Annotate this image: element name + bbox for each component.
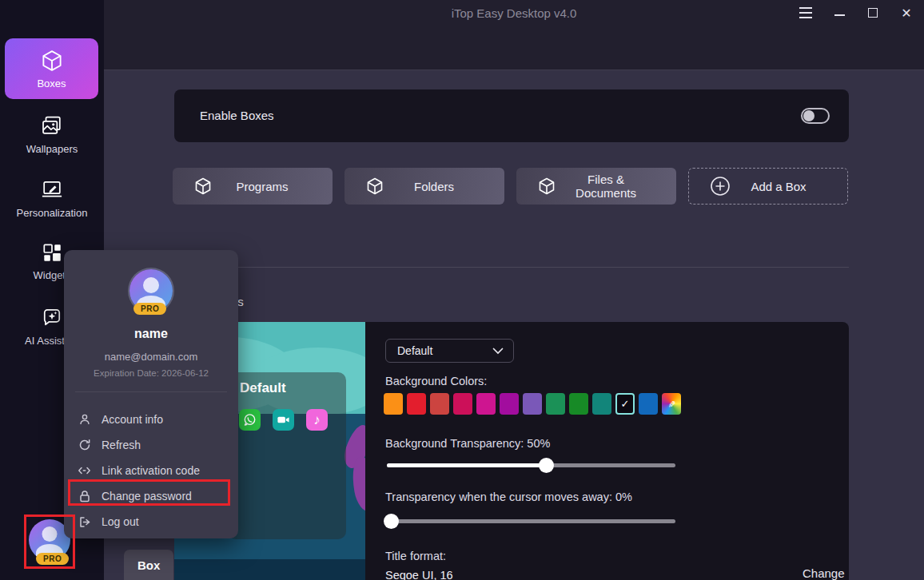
- menu-item-log-out[interactable]: Log out: [70, 510, 232, 534]
- add-a-box-label: Add a Box: [731, 180, 826, 193]
- box-button-label: Files & Documents: [556, 173, 655, 200]
- color-swatch[interactable]: [430, 393, 449, 415]
- box-button-folders[interactable]: Folders: [345, 168, 504, 205]
- minimize-button[interactable]: [828, 2, 850, 24]
- music-icon: ♪: [306, 409, 328, 431]
- add-a-box-button[interactable]: Add a Box: [688, 168, 848, 205]
- preview-default-box: Default ♪: [228, 372, 346, 539]
- person-icon: [78, 413, 91, 426]
- enable-boxes-toggle[interactable]: [801, 108, 830, 124]
- app-menu-button[interactable]: [795, 2, 817, 24]
- title-format-label: Title format:: [385, 550, 446, 562]
- video-call-icon: [273, 409, 294, 431]
- section-divider: [174, 267, 849, 268]
- box-button-label: Folders: [384, 180, 484, 193]
- sea-deep-shape: [174, 559, 365, 580]
- background-transparency-slider[interactable]: [387, 463, 675, 467]
- account-name: name: [64, 327, 238, 341]
- maximize-icon: [868, 8, 878, 18]
- pen-icon: ✎: [666, 399, 677, 407]
- enable-boxes-label: Enable Boxes: [200, 109, 274, 122]
- sidebar-item-personalization[interactable]: Personalization: [0, 177, 104, 219]
- ai-assistant-icon: [40, 305, 64, 329]
- preview-box-icons: ♪: [239, 409, 328, 431]
- chevron-down-icon: [492, 348, 504, 355]
- account-expiration: Expiration Date: 2026-06-12: [64, 368, 238, 378]
- change-font-link[interactable]: Change: [803, 566, 845, 580]
- window-controls: ✕: [795, 2, 918, 24]
- slider-knob[interactable]: [384, 514, 399, 529]
- close-button[interactable]: ✕: [895, 2, 918, 24]
- tab-label: Box: [137, 558, 160, 572]
- color-swatch[interactable]: [453, 393, 472, 415]
- account-popup: PRO name name@domain.com Expiration Date…: [64, 250, 238, 538]
- account-email: name@domain.com: [64, 351, 238, 363]
- minimize-icon: [834, 14, 845, 16]
- menu-item-label: Account info: [102, 413, 163, 426]
- box-button-programs[interactable]: Programs: [173, 168, 333, 205]
- color-swatch[interactable]: [569, 393, 588, 415]
- color-swatch[interactable]: [592, 393, 611, 415]
- color-picker-swatch[interactable]: ✎: [662, 393, 681, 415]
- wallpapers-icon: [40, 113, 64, 137]
- enable-boxes-card: Enable Boxes: [174, 89, 849, 142]
- sidebar-item-wallpapers[interactable]: Wallpapers: [0, 113, 104, 155]
- box-button-label: Programs: [213, 180, 312, 193]
- toggle-knob: [803, 110, 814, 121]
- color-swatch[interactable]: [500, 393, 519, 415]
- refresh-icon: [78, 439, 91, 451]
- logout-icon: [78, 516, 91, 528]
- color-swatches: ✓✎: [384, 393, 681, 415]
- plus-circle-icon: [710, 176, 731, 197]
- personalization-icon: [40, 177, 64, 201]
- color-swatch[interactable]: [523, 393, 542, 415]
- color-swatch[interactable]: [384, 393, 403, 415]
- lock-icon: [78, 490, 91, 503]
- popup-divider: [75, 391, 227, 392]
- close-icon: ✕: [901, 6, 911, 21]
- pro-badge: PRO: [36, 553, 69, 565]
- sidebar-item-boxes[interactable]: Boxes: [5, 38, 98, 99]
- whatsapp-icon: [239, 409, 261, 431]
- preview-box-title: Default: [240, 380, 286, 396]
- cube-icon: [193, 177, 213, 196]
- menu-item-label: Refresh: [102, 439, 141, 451]
- menu-item-refresh[interactable]: Refresh: [70, 433, 232, 457]
- maximize-button[interactable]: [862, 2, 884, 24]
- profile-select-value: Default: [397, 344, 492, 357]
- color-swatch[interactable]: [407, 393, 426, 415]
- menu-item-change-password[interactable]: Change password: [70, 484, 232, 508]
- menu-item-label: Link activation code: [102, 464, 200, 477]
- pro-badge: PRO: [133, 303, 166, 315]
- sidebar-item-label: Personalization: [17, 207, 88, 219]
- tab-box[interactable]: Box: [124, 550, 173, 580]
- menu-item-account-info[interactable]: Account info: [70, 407, 232, 431]
- background-transparency-label: Background Transparency: 50%: [385, 437, 550, 450]
- code-icon: [78, 465, 91, 476]
- cube-icon: [537, 177, 556, 196]
- cursor-transparency-slider[interactable]: [387, 519, 675, 523]
- color-swatch[interactable]: [546, 393, 565, 415]
- sidebar-item-label: Boxes: [37, 77, 66, 89]
- sidebar-item-label: Wallpapers: [26, 143, 78, 155]
- color-swatch-selected[interactable]: ✓: [615, 393, 635, 415]
- menu-item-label: Log out: [102, 515, 139, 528]
- color-swatch[interactable]: [639, 393, 658, 415]
- hamburger-icon: [799, 7, 812, 18]
- cube-icon: [365, 177, 384, 196]
- slider-knob[interactable]: [539, 458, 554, 473]
- menu-item-link-activation-code[interactable]: Link activation code: [70, 459, 232, 483]
- profile-select[interactable]: Default: [385, 339, 514, 363]
- background-colors-label: Background Colors:: [385, 375, 487, 387]
- cube-icon: [40, 49, 64, 73]
- title-format-value: Segoe UI, 16: [385, 569, 453, 580]
- check-icon: ✓: [621, 398, 630, 410]
- app-window: iTop Easy Desktop v4.0 ✕ Box Appearance …: [0, 0, 924, 580]
- widgets-icon: [41, 241, 63, 264]
- color-swatch[interactable]: [476, 393, 496, 415]
- slider-fill: [387, 463, 546, 467]
- menu-item-label: Change password: [102, 490, 192, 503]
- cursor-transparency-label: Transparency when the cursor moves away:…: [385, 491, 632, 503]
- box-button-files-documents[interactable]: Files & Documents: [516, 168, 676, 205]
